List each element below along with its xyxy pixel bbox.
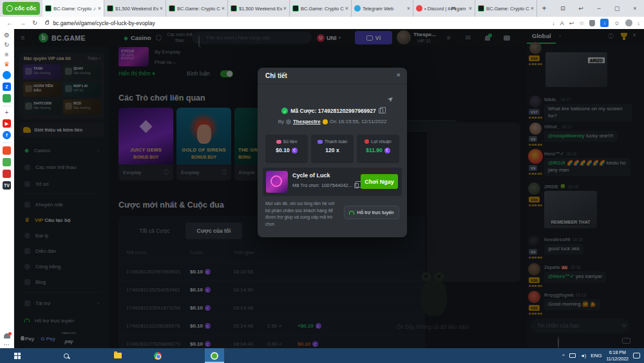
history-icon[interactable]: ↻ xyxy=(4,42,9,48)
tab-close-icon[interactable]: × xyxy=(222,5,225,12)
shopping-icon[interactable] xyxy=(3,170,11,178)
forward-button[interactable]: → xyxy=(19,19,26,26)
share-icon[interactable]: ↩ xyxy=(569,20,574,26)
sidebar-divider xyxy=(3,142,12,143)
coin-icon xyxy=(292,148,298,153)
minimize-button[interactable]: – xyxy=(590,0,608,17)
bookmark-star-icon[interactable]: ☆ xyxy=(579,20,584,26)
downloads-tray-icon[interactable]: ↓ xyxy=(638,20,641,26)
share-icon[interactable]: ➤ xyxy=(386,94,395,104)
coin-icon xyxy=(384,148,390,153)
modal-close-icon[interactable]: × xyxy=(397,71,401,79)
translate-icon[interactable]: A xyxy=(560,20,564,26)
tab-close-icon[interactable]: × xyxy=(469,5,472,12)
facebook-icon[interactable]: f xyxy=(3,131,11,139)
add-shortcut-icon[interactable]: + xyxy=(5,110,9,116)
coccoc-mascot-icon xyxy=(6,5,13,12)
bet-id-row: ✓ Mã Cược: 1749281202997969927 xyxy=(258,108,407,114)
modal-title: Chi tiết xyxy=(265,72,287,79)
reload-button[interactable]: ↻ xyxy=(32,19,37,26)
coccoc-taskbar-icon[interactable] xyxy=(205,348,224,363)
bet-details-modal: Chi tiết × ➤ ✓ Mã Cược: 1749281202997969… xyxy=(258,68,407,237)
bet-id-value: 1749281202997969927 xyxy=(318,108,376,114)
profile-avatar-icon[interactable] xyxy=(625,19,632,26)
user-icon xyxy=(286,119,291,124)
sidebar-divider xyxy=(3,106,12,106)
bcgame-favicon xyxy=(169,5,175,12)
chrome-icon[interactable] xyxy=(148,348,167,363)
volume-icon[interactable]: ◄) xyxy=(580,353,586,358)
sidebar-more-icon[interactable]: ⋯ xyxy=(4,342,10,348)
game-name: Cycle of Luck xyxy=(292,172,330,179)
zalo-icon[interactable]: Z xyxy=(3,83,11,91)
verified-shield-icon: ✓ xyxy=(281,108,288,114)
action-center-icon[interactable] xyxy=(633,353,640,358)
browser-tab-1[interactable]: BC.Game: Crypto ♪ × xyxy=(43,0,104,17)
payout-icon xyxy=(317,140,323,144)
adblock-shield-icon[interactable] xyxy=(589,20,595,26)
game-thumbnail[interactable] xyxy=(266,171,288,193)
browser-tab-8[interactable]: BC.Game: Crypto Ca × xyxy=(475,0,537,17)
tab-close-icon[interactable]: × xyxy=(283,5,287,12)
browser-tab-4[interactable]: $1,500 Weekend Ev × xyxy=(228,0,290,17)
shopee-icon[interactable] xyxy=(3,146,11,155)
maximize-button[interactable]: ▢ xyxy=(608,0,626,17)
tab-close-icon[interactable]: × xyxy=(98,5,101,12)
settings-gear-icon[interactable]: ⚙ xyxy=(4,32,10,39)
taskbar-clock[interactable]: 6:18 PM 11/12/2022 xyxy=(606,349,629,361)
browser-tab-7[interactable]: • Discord | #🎮gam × xyxy=(413,0,475,17)
coccoc-logo[interactable]: cốc cốc xyxy=(3,2,40,15)
game-id-row: Mã Trò chơi: 1007544042... xyxy=(292,182,359,188)
money-face-icon xyxy=(323,119,328,124)
bcgame-favicon xyxy=(478,5,484,12)
amount-icon xyxy=(276,140,281,144)
modal-header: Chi tiết × xyxy=(258,68,407,84)
store-icon[interactable] xyxy=(3,158,11,166)
tray-expand-icon[interactable]: ^ xyxy=(562,353,565,358)
screen: cốc cốc BC.Game: Crypto ♪ × $1,500 Weeke… xyxy=(0,0,644,363)
sidebar-bell-icon[interactable] xyxy=(4,333,10,338)
tab-close-icon[interactable]: × xyxy=(160,5,163,12)
bcgame-favicon xyxy=(45,5,52,12)
browser-tab-3[interactable]: BC.Game: Crypto Ca × xyxy=(166,0,228,17)
session-restore-icon[interactable]: ↩ xyxy=(572,0,590,17)
address-bar[interactable]: bc.game/vi/game/cycle-of-luck-by-evoplay xyxy=(53,20,155,26)
headset-icon xyxy=(349,211,354,215)
reader-mode-icon[interactable]: ⊡ xyxy=(554,0,572,17)
copy-icon[interactable] xyxy=(354,183,359,188)
stat-amount: Số tiền $0.10 xyxy=(265,135,308,163)
tab-close-icon[interactable]: × xyxy=(345,5,348,12)
browser-tab-5[interactable]: BC.Game: Crypto Ca × xyxy=(290,0,352,17)
browser-tab-6[interactable]: Telegram Web × xyxy=(352,0,413,17)
tab-close-icon[interactable]: × xyxy=(531,5,534,12)
close-window-button[interactable]: × xyxy=(626,0,644,17)
tv-icon[interactable]: TV xyxy=(3,181,11,190)
messenger-icon[interactable] xyxy=(3,71,11,79)
modal-game-box: Cycle of Luck Mã Trò chơi: 1007544042...… xyxy=(263,168,402,196)
padlock-icon[interactable] xyxy=(45,21,49,25)
taskbar-search-icon[interactable] xyxy=(57,348,76,363)
start-button[interactable] xyxy=(8,348,27,363)
crown-rewards-icon[interactable]: ♛ xyxy=(4,61,10,68)
network-icon[interactable] xyxy=(569,353,576,358)
stat-payout: Thanh toán 120 x xyxy=(311,135,354,163)
file-explorer-icon[interactable] xyxy=(108,348,128,363)
back-button[interactable]: ← xyxy=(6,19,13,26)
newsfeed-icon[interactable]: ≡ xyxy=(5,52,9,58)
download-manager-icon[interactable]: ↓ xyxy=(600,19,609,27)
live-support-button[interactable]: Hỗ trợ trực tuyến xyxy=(344,206,399,219)
new-tab-button[interactable]: + xyxy=(537,0,551,17)
copy-icon[interactable] xyxy=(379,108,383,113)
bcgame-favicon xyxy=(107,5,113,12)
play-now-button[interactable]: Chơi Ngay xyxy=(361,174,398,189)
notification-bell-icon[interactable]: ☺ xyxy=(614,20,620,26)
language-indicator[interactable]: ENG xyxy=(591,353,601,358)
tab-audio-icon[interactable]: ♪ xyxy=(93,6,96,12)
bet-author-link[interactable]: Thespectre xyxy=(293,119,321,124)
youtube-icon[interactable]: ▶ xyxy=(3,119,11,128)
save-page-icon[interactable]: ↓ xyxy=(552,20,555,26)
tab-close-icon[interactable]: × xyxy=(407,5,410,12)
browser-tab-2[interactable]: $1,500 Weekend Ev × xyxy=(104,0,166,17)
bcgame-favicon xyxy=(292,5,299,12)
games-icon[interactable] xyxy=(3,94,11,103)
